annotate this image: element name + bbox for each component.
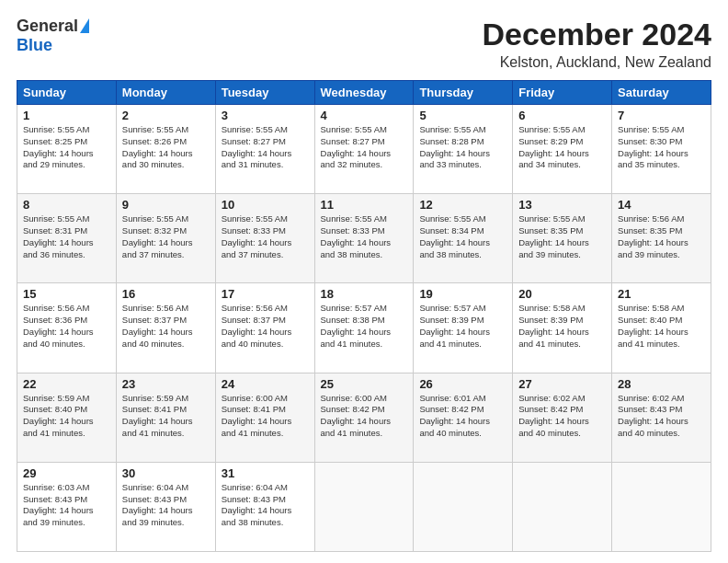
day-number: 20: [518, 287, 606, 301]
cell-content: Sunrise: 5:55 AMSunset: 8:26 PMDaylight:…: [122, 124, 210, 171]
calendar-cell: 31 Sunrise: 6:04 AMSunset: 8:43 PMDaylig…: [215, 462, 314, 551]
cell-content: Sunrise: 5:55 AMSunset: 8:29 PMDaylight:…: [518, 124, 606, 171]
cell-content: Sunrise: 5:55 AMSunset: 8:28 PMDaylight:…: [419, 124, 506, 171]
calendar-week-row: 22 Sunrise: 5:59 AMSunset: 8:40 PMDaylig…: [17, 373, 711, 462]
cell-content: Sunrise: 5:55 AMSunset: 8:27 PMDaylight:…: [222, 124, 309, 171]
calendar-week-row: 8 Sunrise: 5:55 AMSunset: 8:31 PMDayligh…: [17, 194, 711, 283]
day-number: 28: [618, 377, 705, 391]
cell-content: Sunrise: 6:00 AMSunset: 8:42 PMDaylight:…: [321, 393, 408, 440]
cell-content: Sunrise: 5:55 AMSunset: 8:27 PMDaylight:…: [321, 124, 408, 171]
calendar-cell: 27 Sunrise: 6:02 AMSunset: 8:42 PMDaylig…: [513, 373, 612, 462]
calendar-header-row: SundayMondayTuesdayWednesdayThursdayFrid…: [17, 81, 711, 105]
calendar-header-thursday: Thursday: [414, 81, 513, 105]
day-number: 4: [321, 109, 408, 122]
calendar-cell: 24 Sunrise: 6:00 AMSunset: 8:41 PMDaylig…: [215, 373, 314, 462]
cell-content: Sunrise: 6:02 AMSunset: 8:42 PMDaylight:…: [518, 393, 606, 440]
calendar-cell: 23 Sunrise: 5:59 AMSunset: 8:41 PMDaylig…: [116, 373, 215, 462]
calendar-cell: [414, 462, 513, 551]
day-number: 21: [618, 287, 705, 301]
day-number: 24: [222, 377, 309, 391]
calendar-cell: 22 Sunrise: 5:59 AMSunset: 8:40 PMDaylig…: [17, 373, 117, 462]
page: General Blue December 2024 Kelston, Auck…: [0, 0, 728, 563]
day-number: 30: [122, 466, 210, 480]
calendar-cell: 8 Sunrise: 5:55 AMSunset: 8:31 PMDayligh…: [17, 194, 117, 283]
calendar-cell: 13 Sunrise: 5:55 AMSunset: 8:35 PMDaylig…: [513, 194, 612, 283]
cell-content: Sunrise: 5:55 AMSunset: 8:30 PMDaylight:…: [618, 124, 705, 171]
calendar-cell: 19 Sunrise: 5:57 AMSunset: 8:39 PMDaylig…: [414, 283, 513, 373]
calendar-cell: [314, 462, 414, 551]
calendar-cell: 5 Sunrise: 5:55 AMSunset: 8:28 PMDayligh…: [414, 105, 513, 194]
cell-content: Sunrise: 5:56 AMSunset: 8:35 PMDaylight:…: [618, 213, 705, 260]
calendar-week-row: 15 Sunrise: 5:56 AMSunset: 8:36 PMDaylig…: [17, 283, 711, 373]
day-number: 5: [419, 109, 506, 122]
day-number: 25: [321, 377, 408, 391]
cell-content: Sunrise: 5:55 AMSunset: 8:35 PMDaylight:…: [518, 213, 606, 260]
calendar-header-monday: Monday: [116, 81, 215, 105]
cell-content: Sunrise: 5:55 AMSunset: 8:33 PMDaylight:…: [321, 213, 408, 260]
cell-content: Sunrise: 5:56 AMSunset: 8:36 PMDaylight:…: [23, 303, 110, 350]
calendar-cell: 15 Sunrise: 5:56 AMSunset: 8:36 PMDaylig…: [17, 283, 117, 373]
day-number: 17: [222, 287, 309, 301]
day-number: 14: [618, 198, 705, 212]
cell-content: Sunrise: 5:55 AMSunset: 8:34 PMDaylight:…: [419, 213, 506, 260]
cell-content: Sunrise: 5:58 AMSunset: 8:40 PMDaylight:…: [618, 303, 705, 350]
calendar-cell: 21 Sunrise: 5:58 AMSunset: 8:40 PMDaylig…: [612, 283, 711, 373]
calendar-cell: 12 Sunrise: 5:55 AMSunset: 8:34 PMDaylig…: [414, 194, 513, 283]
cell-content: Sunrise: 5:55 AMSunset: 8:31 PMDaylight:…: [23, 213, 110, 260]
cell-content: Sunrise: 5:58 AMSunset: 8:39 PMDaylight:…: [518, 303, 606, 350]
day-number: 26: [419, 377, 506, 391]
day-number: 9: [122, 198, 210, 212]
calendar-header-friday: Friday: [513, 81, 612, 105]
calendar-cell: 10 Sunrise: 5:55 AMSunset: 8:33 PMDaylig…: [215, 194, 314, 283]
calendar-header-tuesday: Tuesday: [215, 81, 314, 105]
title-section: December 2024 Kelston, Auckland, New Zea…: [482, 17, 711, 71]
cell-content: Sunrise: 5:55 AMSunset: 8:32 PMDaylight:…: [122, 213, 210, 260]
cell-content: Sunrise: 5:59 AMSunset: 8:41 PMDaylight:…: [122, 393, 210, 440]
calendar-cell: 3 Sunrise: 5:55 AMSunset: 8:27 PMDayligh…: [215, 105, 314, 194]
day-number: 7: [618, 109, 705, 122]
header: General Blue December 2024 Kelston, Auck…: [17, 17, 711, 71]
day-number: 3: [222, 109, 309, 122]
day-number: 22: [23, 377, 110, 391]
calendar-week-row: 29 Sunrise: 6:03 AMSunset: 8:43 PMDaylig…: [17, 462, 711, 551]
logo-blue: Blue: [17, 36, 52, 55]
cell-content: Sunrise: 6:01 AMSunset: 8:42 PMDaylight:…: [419, 393, 506, 440]
day-number: 13: [518, 198, 606, 212]
location-title: Kelston, Auckland, New Zealand: [482, 54, 711, 71]
cell-content: Sunrise: 6:04 AMSunset: 8:43 PMDaylight:…: [122, 482, 210, 529]
day-number: 19: [419, 287, 506, 301]
cell-content: Sunrise: 5:59 AMSunset: 8:40 PMDaylight:…: [23, 393, 110, 440]
cell-content: Sunrise: 6:02 AMSunset: 8:43 PMDaylight:…: [618, 393, 705, 440]
day-number: 2: [122, 109, 210, 122]
cell-content: Sunrise: 5:56 AMSunset: 8:37 PMDaylight:…: [122, 303, 210, 350]
cell-content: Sunrise: 5:57 AMSunset: 8:38 PMDaylight:…: [321, 303, 408, 350]
day-number: 18: [321, 287, 408, 301]
calendar-header-wednesday: Wednesday: [314, 81, 414, 105]
cell-content: Sunrise: 5:55 AMSunset: 8:33 PMDaylight:…: [222, 213, 309, 260]
calendar-cell: 25 Sunrise: 6:00 AMSunset: 8:42 PMDaylig…: [314, 373, 414, 462]
calendar-header-sunday: Sunday: [17, 81, 117, 105]
logo-triangle-icon: [80, 18, 89, 33]
calendar-cell: [612, 462, 711, 551]
day-number: 10: [222, 198, 309, 212]
day-number: 31: [222, 466, 309, 480]
calendar-table: SundayMondayTuesdayWednesdayThursdayFrid…: [17, 80, 711, 552]
calendar-cell: 30 Sunrise: 6:04 AMSunset: 8:43 PMDaylig…: [116, 462, 215, 551]
calendar-cell: 16 Sunrise: 5:56 AMSunset: 8:37 PMDaylig…: [116, 283, 215, 373]
calendar-week-row: 1 Sunrise: 5:55 AMSunset: 8:25 PMDayligh…: [17, 105, 711, 194]
day-number: 12: [419, 198, 506, 212]
calendar-cell: 28 Sunrise: 6:02 AMSunset: 8:43 PMDaylig…: [612, 373, 711, 462]
day-number: 29: [23, 466, 110, 480]
calendar-cell: 7 Sunrise: 5:55 AMSunset: 8:30 PMDayligh…: [612, 105, 711, 194]
calendar-cell: 6 Sunrise: 5:55 AMSunset: 8:29 PMDayligh…: [513, 105, 612, 194]
day-number: 1: [23, 109, 110, 122]
cell-content: Sunrise: 5:55 AMSunset: 8:25 PMDaylight:…: [23, 124, 110, 171]
cell-content: Sunrise: 6:04 AMSunset: 8:43 PMDaylight:…: [222, 482, 309, 529]
cell-content: Sunrise: 6:00 AMSunset: 8:41 PMDaylight:…: [222, 393, 309, 440]
day-number: 23: [122, 377, 210, 391]
logo-general: General: [17, 17, 78, 36]
cell-content: Sunrise: 5:56 AMSunset: 8:37 PMDaylight:…: [222, 303, 309, 350]
cell-content: Sunrise: 5:57 AMSunset: 8:39 PMDaylight:…: [419, 303, 506, 350]
calendar-cell: 9 Sunrise: 5:55 AMSunset: 8:32 PMDayligh…: [116, 194, 215, 283]
calendar-cell: 17 Sunrise: 5:56 AMSunset: 8:37 PMDaylig…: [215, 283, 314, 373]
